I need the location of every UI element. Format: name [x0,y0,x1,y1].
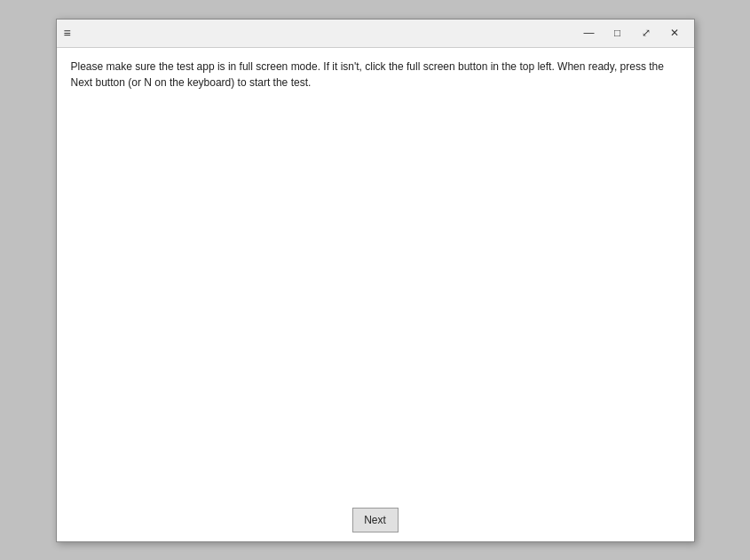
titlebar-controls: — □ ⤢ ✕ [577,22,687,43]
main-window: ≡ — □ ⤢ ✕ Please make sure the test app … [56,19,695,542]
next-button[interactable]: Next [352,508,399,532]
menu-icon[interactable]: ≡ [64,27,72,39]
restore-button[interactable]: ⤢ [634,22,659,43]
content-area: Please make sure the test app is in full… [57,48,694,499]
minimize-button[interactable]: — [577,22,602,43]
titlebar-left: ≡ [64,27,72,39]
bottom-bar: Next [57,499,694,541]
maximize-button[interactable]: □ [605,22,630,43]
close-button[interactable]: ✕ [662,22,687,43]
instruction-text: Please make sure the test app is in full… [71,59,680,91]
titlebar: ≡ — □ ⤢ ✕ [57,20,694,48]
